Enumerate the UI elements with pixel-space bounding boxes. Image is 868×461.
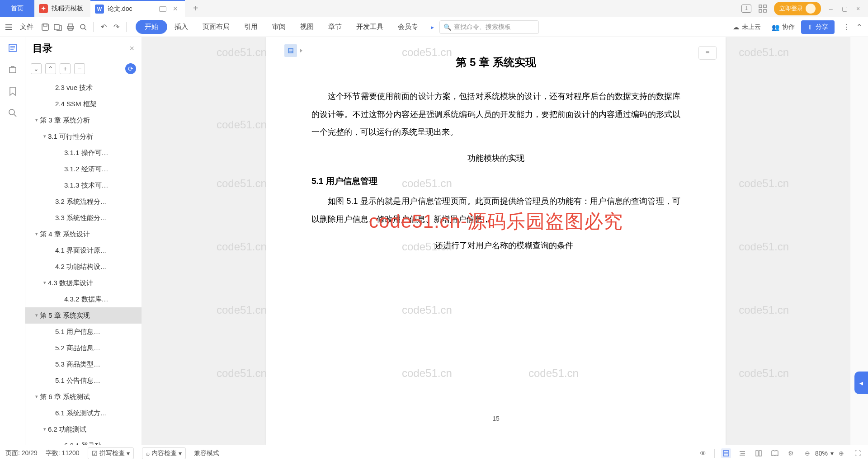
outline-item[interactable]: 5.1 用户信息… [25,324,142,340]
outline-item[interactable]: 4.3.2 数据库… [25,291,142,307]
search-rail-icon[interactable] [7,108,18,118]
chevron-down-icon[interactable]: ▾ [33,116,40,124]
outline-item[interactable]: 3.1.2 经济可… [25,161,142,177]
attachment-rail-icon[interactable] [7,64,18,75]
outline-item[interactable]: 3.1.3 技术可… [25,177,142,193]
reading-view-icon[interactable] [770,448,780,458]
command-search[interactable]: 🔍 查找命令、搜索模板 [439,20,539,34]
outline-item[interactable]: 2.3 vue 技术 [25,80,142,96]
save-icon[interactable] [40,22,51,33]
chevron-down-icon[interactable]: ▾ [33,393,40,401]
outline-item[interactable]: 3.1.1 操作可… [25,145,142,161]
new-tab-button[interactable]: + [185,0,207,17]
outline-item[interactable]: 3.3 系统性能分… [25,210,142,226]
ribbon-tab[interactable]: 插入 [167,20,195,34]
remove-heading-button[interactable]: − [74,63,85,74]
ribbon-tab[interactable]: 引用 [237,20,265,34]
layout-icon[interactable]: 1 [741,5,751,13]
menu-more-icon[interactable]: ▸ [431,24,434,31]
outline-item[interactable]: 5.3 商品类型… [25,356,142,372]
ribbon-tab[interactable]: 开始 [136,20,167,34]
outline-item[interactable]: 5.1 公告信息… [25,372,142,389]
tab-home[interactable]: 首页 [0,0,34,17]
settings-icon[interactable]: ⚙ [786,448,796,458]
chevron-down-icon[interactable]: ▾ [42,132,48,141]
print-icon[interactable] [65,22,76,33]
outline-item[interactable]: 5.2 商品信息… [25,340,142,356]
ribbon-tab[interactable]: 视图 [293,20,321,34]
login-button[interactable]: 立即登录 [774,2,821,15]
chevron-down-icon[interactable]: ▾ [33,311,40,320]
outline-item[interactable]: ▾第 5 章 系统实现 [25,307,142,324]
ribbon-tab[interactable]: 页面布局 [195,20,237,34]
close-button[interactable]: × [854,5,862,12]
outline-item[interactable]: 4.1 界面设计原… [25,242,142,259]
ribbon-tab[interactable]: 章节 [321,20,349,34]
outline-item[interactable]: ▾6.2 功能测试 [25,421,142,437]
outline-view-icon[interactable] [737,448,747,458]
outline-item[interactable]: ▾第 6 章 系统测试 [25,389,142,405]
page-view-icon[interactable] [721,448,731,458]
outline-item-label: 3.1.2 经济可… [64,164,108,174]
outline-item[interactable]: 3.2 系统流程分… [25,193,142,210]
minimize-button[interactable]: – [827,5,835,12]
paragraph-menu-icon[interactable] [284,44,297,57]
collab-button[interactable]: 👥 协作 [767,23,799,31]
outline-item[interactable]: 2.4 SSM 框架 [25,96,142,112]
ribbon-tab[interactable]: 审阅 [265,20,293,34]
outline-item[interactable]: ▾4.3 数据库设计 [25,275,142,291]
bookmark-rail-icon[interactable] [7,86,18,97]
spellcheck-button[interactable]: ☑ 拼写检查 ▾ [88,447,134,459]
outline-item[interactable]: 6.2.1 登录功… [25,437,142,445]
outline-item[interactable]: 6.1 系统测试方… [25,405,142,421]
collapse-ribbon-icon[interactable]: ⌃ [854,22,864,33]
preview-icon[interactable] [78,22,89,33]
zoom-out-button[interactable]: ⊖ [802,448,812,458]
word-count[interactable]: 字数: 11200 [46,449,80,457]
tab-document[interactable]: W 论文.doc × [90,0,185,17]
chevron-down-icon[interactable]: ▾ [33,230,40,238]
share-button[interactable]: ⇧ 分享 [801,20,835,34]
content-check-button[interactable]: ⌕ 内容检查 ▾ [142,447,186,459]
outline-sync-icon[interactable]: ⟳ [125,63,136,74]
compat-mode[interactable]: 兼容模式 [194,449,219,457]
close-outline-icon[interactable]: × [129,44,134,53]
page-indicator[interactable]: 页面: 20/29 [5,449,38,457]
ribbon-tab[interactable]: 开发工具 [349,20,391,34]
outline-item[interactable]: ▾第 3 章 系统分析 [25,112,142,128]
web-view-icon[interactable] [754,448,764,458]
outline-item[interactable]: ▾第 4 章 系统设计 [25,226,142,242]
zoom-value[interactable]: 80% [815,450,828,457]
side-tab-icon[interactable]: ◂ [854,372,868,394]
undo-icon[interactable]: ↶ [98,22,109,33]
outline-item[interactable]: 4.2 功能结构设… [25,259,142,275]
outline-item[interactable]: ▾3.1 可行性分析 [25,128,142,145]
maximize-button[interactable]: ▢ [841,5,848,12]
saveas-icon[interactable] [52,22,63,33]
add-heading-button[interactable]: + [60,63,71,74]
ribbon-tab[interactable]: 会员专 [391,20,425,34]
chevron-down-icon[interactable]: ▾ [42,279,48,287]
document-viewport[interactable]: ≡ 第 5 章 系统实现 这个环节需要使用前面的设计方案，包括对系统模块的设计，… [142,37,850,445]
close-tab-icon[interactable]: × [173,4,178,14]
chevron-down-icon[interactable]: ▾ [42,425,48,433]
collapse-pane-icon[interactable]: ≡ [698,46,717,60]
search-icon: 🔍 [443,24,451,31]
fullscreen-icon[interactable]: ⛶ [853,448,863,458]
expand-all-button[interactable]: ⌃ [45,63,56,74]
outline-rail-icon[interactable] [7,42,18,53]
tab-template[interactable]: ✦ 找稻壳模板 [34,0,90,17]
read-mode-icon[interactable]: 👁 [698,448,708,458]
chevron-down-icon[interactable]: ▾ [830,450,834,457]
zoom-in-button[interactable]: ⊕ [836,448,846,458]
outline-tree[interactable]: 2.3 vue 技术2.4 SSM 框架▾第 3 章 系统分析▾3.1 可行性分… [25,78,142,445]
collapse-all-button[interactable]: ⌄ [31,63,42,74]
cloud-status[interactable]: ☁ 未上云 [728,23,765,31]
outline-item-label: 5.1 用户信息… [55,326,100,337]
file-menu[interactable]: 文件 [15,23,38,31]
hamburger-icon[interactable] [4,24,14,30]
redo-icon[interactable]: ↷ [111,22,122,33]
kebab-icon[interactable]: ⋮ [841,22,852,33]
apps-icon[interactable] [758,5,768,13]
window-icon[interactable] [159,6,166,12]
